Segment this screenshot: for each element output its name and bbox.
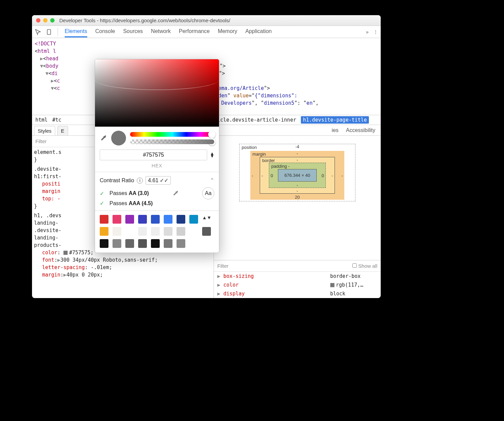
titlebar: Developer Tools - https://developers.goo…: [32, 15, 381, 26]
subtab-accessibility[interactable]: Accessibility: [346, 127, 375, 133]
color-swatch[interactable]: [63, 251, 68, 255]
panel-tabs: Elements Console Sources Network Perform…: [65, 26, 272, 37]
box-model: position -4 4 margin - - 20 - border - -: [214, 136, 381, 260]
alpha-thumb[interactable]: [208, 138, 216, 145]
hex-input[interactable]: [100, 150, 207, 160]
device-toggle-icon[interactable]: [46, 29, 53, 35]
top-toolbar: Elements Console Sources Network Perform…: [32, 26, 381, 38]
traffic-lights: [36, 18, 55, 23]
devtools-window: Developer Tools - https://developers.goo…: [32, 15, 381, 298]
palette-swatch[interactable]: [138, 239, 147, 248]
palette-swatch[interactable]: [113, 227, 121, 236]
palette-swatch[interactable]: [151, 215, 160, 224]
color-field[interactable]: [95, 59, 219, 127]
tab-performance[interactable]: Performance: [179, 26, 210, 37]
tab-elements[interactable]: Elements: [65, 26, 87, 37]
dom-line[interactable]: <!DOCTY: [35, 40, 378, 47]
palette-swatch[interactable]: [125, 239, 134, 248]
palette-swatch[interactable]: [138, 215, 147, 224]
palette-swatch[interactable]: [177, 215, 185, 224]
palette-swatch[interactable]: [151, 239, 160, 248]
palette-swatch[interactable]: [113, 239, 121, 248]
color-picker[interactable]: ▲▼ HEX Contrast Ratio i 4.61✓✓ ⌃ ✓Passes…: [95, 59, 219, 253]
content-size: 676.344 × 40: [278, 169, 316, 182]
subtab-ies[interactable]: ies: [332, 127, 338, 133]
crumb[interactable]: html: [35, 117, 48, 123]
tab-network[interactable]: Network: [151, 26, 171, 37]
window-title: Developer Tools - https://developers.goo…: [59, 18, 230, 23]
check-icon: ✓✓: [160, 177, 168, 184]
tab-sources[interactable]: Sources: [123, 26, 143, 37]
computed-filter[interactable]: Filter: [217, 263, 228, 269]
contrast-label: Contrast Ratio: [100, 177, 134, 184]
palette-swatch[interactable]: [189, 215, 198, 224]
check-icon: ✓: [100, 200, 104, 206]
crumb-active[interactable]: h1.devsite-page-title: [301, 116, 369, 124]
palette-swatch[interactable]: [177, 239, 185, 248]
computed-row[interactable]: ▶ box-sizingborder-box: [214, 272, 381, 281]
hue-slider[interactable]: [130, 132, 214, 137]
palette-swatch[interactable]: [177, 227, 185, 236]
inspect-icon[interactable]: [35, 29, 41, 35]
check-icon: ✓: [100, 190, 104, 197]
format-toggle-icon[interactable]: ▲▼: [210, 152, 214, 158]
subtab-styles[interactable]: Styles: [34, 126, 55, 135]
palette-swatch[interactable]: [164, 239, 172, 248]
minimize-icon[interactable]: [43, 18, 48, 23]
palette-swatch[interactable]: [100, 227, 108, 236]
subtab-e[interactable]: E: [57, 126, 68, 135]
eyedropper-icon[interactable]: [100, 134, 107, 142]
palette-swatch[interactable]: [125, 227, 134, 236]
palette-swatch[interactable]: [138, 227, 147, 236]
dom-line[interactable]: <html l: [35, 47, 378, 55]
palette-swatch[interactable]: [100, 215, 108, 224]
filter-label[interactable]: Filter: [35, 138, 46, 144]
bg-eyedropper-icon[interactable]: [172, 190, 179, 197]
svg-rect-0: [47, 29, 51, 34]
palette[interactable]: ▲▼: [95, 210, 219, 253]
tab-application[interactable]: Application: [245, 26, 272, 37]
computed-row[interactable]: ▶ displayblock: [214, 289, 381, 298]
alpha-slider[interactable]: [130, 139, 214, 144]
more-tabs-icon[interactable]: »: [366, 29, 369, 35]
tab-console[interactable]: Console: [95, 26, 115, 37]
palette-swatch[interactable]: [189, 227, 198, 236]
kebab-icon[interactable]: ⋮: [373, 29, 378, 35]
palette-swatch[interactable]: [125, 215, 134, 224]
crumb[interactable]: #tc: [52, 117, 61, 123]
palette-swatch[interactable]: [164, 215, 172, 224]
hex-label: HEX: [95, 163, 219, 172]
zoom-icon[interactable]: [50, 18, 55, 23]
info-icon[interactable]: i: [137, 177, 143, 184]
palette-swatch[interactable]: [164, 227, 172, 236]
palette-toggle-icon[interactable]: ▲▼: [202, 215, 207, 220]
computed-row[interactable]: ▶ colorrgb(117,…: [214, 281, 381, 289]
palette-swatch[interactable]: [202, 227, 211, 236]
current-color-swatch: [111, 131, 126, 145]
close-icon[interactable]: [36, 18, 40, 23]
show-all-checkbox[interactable]: [352, 263, 357, 268]
tab-memory[interactable]: Memory: [218, 26, 237, 37]
palette-swatch[interactable]: [151, 227, 160, 236]
aa-toggle-button[interactable]: Aa: [202, 187, 214, 199]
crumb[interactable]: article.devsite-article-inner: [208, 117, 296, 123]
hue-thumb[interactable]: [208, 131, 216, 138]
chevron-up-icon[interactable]: ⌃: [210, 177, 214, 184]
palette-swatch[interactable]: [113, 215, 121, 224]
palette-swatch[interactable]: [100, 239, 108, 248]
